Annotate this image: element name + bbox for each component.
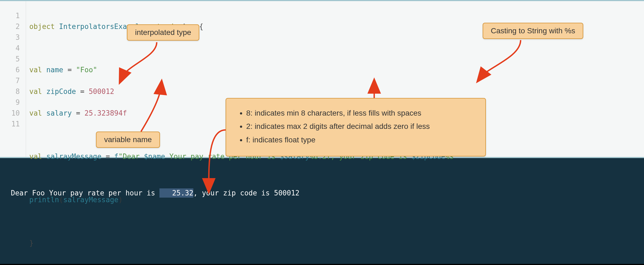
callout-interpolated-type: interpolated type bbox=[127, 24, 199, 41]
code-line bbox=[29, 216, 458, 227]
line-number: 1 bbox=[0, 10, 20, 21]
code-line: } bbox=[29, 238, 458, 248]
callout-bullet: f: indicates float type bbox=[246, 134, 475, 146]
code-line: val zipCode = 500012 bbox=[29, 86, 458, 97]
line-number: 10 bbox=[0, 108, 20, 119]
line-number: 8 bbox=[0, 86, 20, 97]
callout-bullet: 8: indicates min 8 characters, if less f… bbox=[246, 107, 475, 119]
line-number: 9 bbox=[0, 97, 20, 108]
line-number: 2 bbox=[0, 21, 20, 32]
code-line: object InterpolatorsExample extends App … bbox=[29, 21, 458, 32]
line-number: 5 bbox=[0, 54, 20, 64]
line-number: 11 bbox=[0, 119, 20, 129]
line-number: 3 bbox=[0, 32, 20, 43]
line-gutter: 1 2 3 4 5 6 7 8 9 10 11 bbox=[0, 1, 26, 157]
line-number: 4 bbox=[0, 43, 20, 54]
code-line: println(salrayMessage) bbox=[29, 194, 458, 205]
line-number: 7 bbox=[0, 75, 20, 86]
line-number: 6 bbox=[0, 64, 20, 75]
code-line bbox=[29, 43, 458, 54]
code-line bbox=[29, 173, 458, 184]
code-line: val name = "Foo" bbox=[29, 64, 458, 75]
callout-bullet: 2: indicates max 2 digits after decimal … bbox=[246, 120, 475, 132]
callout-casting-string: Casting to String with %s bbox=[483, 23, 583, 39]
callout-format-spec: 8: indicates min 8 characters, if less f… bbox=[226, 98, 486, 156]
callout-variable-name: variable name bbox=[96, 132, 160, 148]
